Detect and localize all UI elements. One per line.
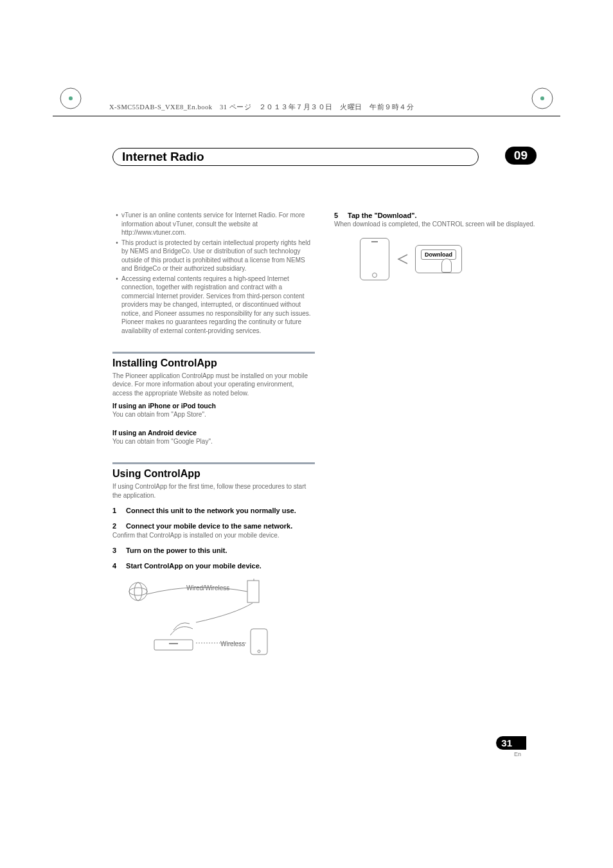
svg-rect-11 <box>251 629 267 655</box>
step-5-note: When download is completed, the CONTROL … <box>334 220 537 229</box>
registration-mark-icon <box>531 87 554 110</box>
svg-rect-7 <box>247 581 259 602</box>
bullet-item: • Accessing external contents requires a… <box>112 275 315 336</box>
bullet-text: vTuner is an online contents service for… <box>121 211 315 237</box>
heading-using: Using ControlApp <box>112 467 315 481</box>
step-text: Start ControlApp on your mobile device. <box>126 562 262 570</box>
section1-intro: The Pioneer application ControlApp must … <box>112 372 315 398</box>
registration-mark-icon <box>59 87 82 110</box>
step-text: Connect your mobile device to the same n… <box>126 522 292 530</box>
chapter-title: Internet Radio <box>112 148 479 166</box>
bullet-icon: • <box>112 211 121 237</box>
step-num: 1 <box>112 506 124 515</box>
bullet-icon: • <box>112 275 121 336</box>
illus-label-wired: Wired/Wireless <box>186 584 229 593</box>
step-2: 2 Connect your mobile device to the same… <box>112 521 315 530</box>
svg-point-3 <box>540 96 544 100</box>
bullet-item: • This product is protected by certain i… <box>112 239 315 273</box>
chapter-number: 09 <box>505 147 537 165</box>
print-header-rule <box>53 116 560 116</box>
step-4: 4 Start ControlApp on your mobile device… <box>112 561 315 570</box>
step-num: 4 <box>112 561 124 570</box>
step-text: Connect this unit to the network you nor… <box>126 507 296 514</box>
chapter-header: Internet Radio 09 <box>112 148 537 166</box>
section2-intro: If using ControlApp for the first time, … <box>112 482 315 500</box>
svg-point-5 <box>129 588 147 595</box>
step-text: Tap the "Download". <box>348 212 416 219</box>
sub-android-title: If using an Android device <box>112 428 315 437</box>
bullet-text: This product is protected by certain int… <box>121 239 315 273</box>
step-num: 2 <box>112 521 124 530</box>
section-divider <box>112 462 315 464</box>
download-button[interactable]: Download <box>421 249 456 260</box>
bullet-text: Accessing external contents requires a h… <box>121 275 315 336</box>
arrow-left-icon <box>396 249 409 269</box>
page-language: En <box>496 751 526 757</box>
right-column: 5 Tap the "Download". When download is c… <box>334 211 537 656</box>
heading-installing: Installing ControlApp <box>112 356 315 370</box>
download-panel: Download <box>415 245 462 273</box>
sub-iphone-title: If using an iPhone or iPod touch <box>112 401 315 410</box>
svg-point-6 <box>134 583 142 601</box>
hand-tap-icon <box>441 258 452 273</box>
svg-rect-10 <box>169 643 178 644</box>
step-3: 3 Turn on the power to this unit. <box>112 546 315 555</box>
network-illustration: Wired/Wireless Wireless <box>112 579 315 656</box>
svg-point-12 <box>258 650 260 653</box>
sub-iphone-text: You can obtain from "App Store". <box>112 410 315 419</box>
left-column: • vTuner is an online contents service f… <box>112 211 315 656</box>
step-num: 5 <box>334 211 346 220</box>
svg-rect-9 <box>154 640 193 650</box>
section-divider <box>112 352 315 354</box>
page-content: Internet Radio 09 • vTuner is an online … <box>112 148 537 656</box>
print-header-text: X-SMC55DAB-S_VXE8_En.book 31 ページ ２０１３年７月… <box>109 103 414 112</box>
page-footer: 31 En <box>496 736 526 757</box>
step-text: Turn on the power to this unit. <box>126 547 227 554</box>
page-number: 31 <box>496 736 526 750</box>
bullet-item: • vTuner is an online contents service f… <box>112 211 315 237</box>
download-illustration: Download <box>334 238 537 280</box>
bullet-icon: • <box>112 239 121 273</box>
phone-icon <box>360 238 389 280</box>
step-5: 5 Tap the "Download". <box>334 211 537 220</box>
step-num: 3 <box>112 546 124 555</box>
svg-point-4 <box>129 583 147 601</box>
step-2-note: Confirm that ControlApp is installed on … <box>112 531 315 540</box>
step-1: 1 Connect this unit to the network you n… <box>112 506 315 515</box>
illus-label-wireless: Wireless <box>220 640 245 649</box>
sub-android-text: You can obtain from "Google Play". <box>112 437 315 446</box>
svg-point-1 <box>69 96 73 100</box>
